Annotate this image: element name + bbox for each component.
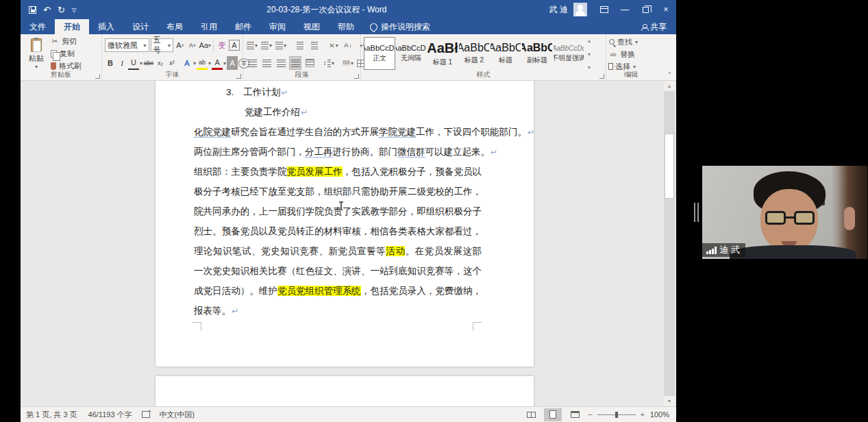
- sort-button[interactable]: A↓: [342, 38, 354, 52]
- styles-scroll-up-icon[interactable]: ▲: [587, 38, 592, 43]
- text-highlight-button[interactable]: ab: [197, 56, 208, 70]
- document-line[interactable]: 报表等。↵: [194, 301, 482, 321]
- tab-文件[interactable]: 文件: [21, 19, 55, 34]
- minimize-button[interactable]: —: [615, 0, 635, 19]
- document-line[interactable]: 极分子考核已经下放至党支部，组织部只需协助开展二级党校的工作，二级党校是与其他学: [194, 182, 482, 201]
- grow-font-button[interactable]: A˄: [175, 38, 186, 52]
- document-page-2[interactable]: [156, 376, 534, 406]
- save-icon[interactable]: [29, 6, 36, 14]
- collapse-ribbon-icon[interactable]: ⌃: [667, 71, 672, 78]
- style-正文[interactable]: AaBbCcDc正文: [364, 37, 395, 70]
- document-page-1[interactable]: 3.工作计划↵党建工作介绍↵化院党建研究会旨在通过学生自治的方式开展学院党建工作…: [156, 81, 534, 367]
- scroll-down-icon[interactable]: ▼: [664, 396, 675, 406]
- ribbon-display-options-button[interactable]: [594, 0, 615, 19]
- document-line[interactable]: 成党日活动）。维护党员党组织管理系统，包括党员录入，党费缴纳，组织关系调整，年度: [194, 281, 482, 301]
- character-border-button[interactable]: A: [229, 40, 240, 51]
- tab-审阅[interactable]: 审阅: [260, 19, 295, 34]
- style-标题 2[interactable]: AaBbC标题 2: [458, 37, 490, 70]
- document-line[interactable]: 两位副主席分管两个部门，分工再进行协商。部门微信群可以建立起来。↵: [194, 142, 482, 162]
- restore-button[interactable]: [635, 0, 656, 19]
- web-layout-button[interactable]: [566, 408, 584, 421]
- font-size-combo[interactable]: 五号▾: [151, 38, 173, 52]
- document-line[interactable]: 一次党史知识相关比赛（红色征文、演讲、一站到底知识竞赛等，这个可以跟实践部一起做: [194, 261, 482, 281]
- paste-button[interactable]: 粘贴 ▾: [23, 37, 49, 71]
- justify-button[interactable]: [289, 56, 301, 70]
- tab-设计[interactable]: 设计: [123, 19, 158, 34]
- styles-gallery-scroll[interactable]: ▲ ▼ ▼: [584, 37, 594, 71]
- numbering-button[interactable]: ▾: [260, 38, 273, 52]
- bold-button[interactable]: B: [105, 56, 116, 70]
- qat-customize-icon[interactable]: ▿: [72, 5, 77, 15]
- paragraph-dialog-launcher-icon[interactable]: [354, 74, 359, 79]
- align-right-button[interactable]: [275, 56, 287, 70]
- phonetic-guide-button[interactable]: 变: [216, 38, 227, 52]
- align-left-button[interactable]: [246, 56, 258, 70]
- italic-button[interactable]: I: [116, 56, 127, 70]
- video-panel-collapse-handle[interactable]: [694, 203, 699, 222]
- increase-indent-button[interactable]: [308, 38, 321, 52]
- shrink-font-button[interactable]: A˅: [187, 38, 198, 52]
- document-text[interactable]: 3.工作计划↵党建工作介绍↵化院党建研究会旨在通过学生自治的方式开展学院党建工作…: [194, 82, 482, 321]
- styles-dialog-launcher-icon[interactable]: [599, 74, 604, 79]
- zoom-out-button[interactable]: −: [588, 410, 592, 419]
- document-line[interactable]: 院共同承办的，上一届我们学院负责了实践教学部分，即组织积极分子去龙华烈士陵园缅怀: [194, 201, 482, 221]
- scroll-up-icon[interactable]: ▲: [664, 81, 675, 91]
- distribute-button[interactable]: [303, 56, 316, 70]
- shading-button[interactable]: ▾: [342, 56, 354, 70]
- document-line[interactable]: 3.工作计划↵: [194, 82, 482, 102]
- style-副标题[interactable]: AaBbC副标题: [521, 37, 553, 70]
- account-name[interactable]: 武 迪: [544, 4, 573, 16]
- language-indicator[interactable]: 中文(中国): [154, 410, 200, 420]
- close-button[interactable]: ×: [656, 0, 676, 19]
- find-button[interactable]: 查找▾: [609, 37, 653, 47]
- account-avatar[interactable]: [573, 3, 587, 16]
- asian-layout-button[interactable]: ✕▾: [327, 38, 340, 52]
- clipboard-dialog-launcher-icon[interactable]: [95, 74, 100, 79]
- read-mode-button[interactable]: [522, 408, 540, 421]
- print-layout-button[interactable]: [544, 408, 562, 421]
- bullets-button[interactable]: ▾: [246, 38, 258, 52]
- font-name-combo[interactable]: 微软雅黑▾: [105, 38, 149, 52]
- tab-邮件[interactable]: 邮件: [226, 19, 260, 34]
- style-标题[interactable]: AaBbC标题: [490, 37, 521, 70]
- styles-scroll-down-icon[interactable]: ▼: [587, 52, 592, 57]
- font-color-button[interactable]: A: [212, 56, 223, 70]
- tell-me-search[interactable]: 操作说明搜索: [363, 19, 437, 34]
- decrease-indent-button[interactable]: [294, 38, 306, 52]
- scrollbar-thumb[interactable]: [665, 134, 674, 199]
- text-effects-button[interactable]: A: [182, 56, 193, 70]
- redo-icon[interactable]: ↻: [58, 5, 65, 15]
- style-不明显强调[interactable]: AaBbCcDc不明显强调: [553, 37, 584, 70]
- paste-dropdown-icon[interactable]: ▾: [35, 64, 38, 70]
- tab-开始[interactable]: 开始: [55, 19, 89, 34]
- cut-button[interactable]: ✂剪切: [51, 36, 82, 47]
- style-无间隔[interactable]: AaBbCcDc无间隔: [395, 37, 427, 70]
- style-标题 1[interactable]: AaBł标题 1: [427, 37, 458, 70]
- multilevel-list-button[interactable]: ▾: [275, 38, 287, 52]
- change-case-button[interactable]: Aa▾: [199, 38, 210, 52]
- share-button[interactable]: 共享: [632, 19, 676, 34]
- replace-button[interactable]: ab替换: [609, 49, 653, 60]
- document-line[interactable]: 党建工作介绍↵: [194, 102, 482, 122]
- tab-引用[interactable]: 引用: [192, 19, 226, 34]
- copy-button[interactable]: 复制: [51, 49, 82, 59]
- document-canvas[interactable]: 3.工作计划↵党建工作介绍↵化院党建研究会旨在通过学生自治的方式开展学院党建工作…: [21, 81, 676, 406]
- zoom-slider[interactable]: [597, 414, 636, 415]
- character-shading-button[interactable]: A: [227, 56, 238, 70]
- vertical-scrollbar[interactable]: ▲ ▼: [664, 81, 675, 406]
- underline-dropdown-icon[interactable]: ▾: [140, 60, 142, 66]
- tab-插入[interactable]: 插入: [89, 19, 123, 34]
- document-line[interactable]: 理论知识笔试、党史知识竞赛、新党员宣誓等活动。在党员发展这部分，拟打算每学期开展: [194, 241, 482, 261]
- align-center-button[interactable]: [260, 56, 273, 70]
- font-dialog-launcher-icon[interactable]: [236, 74, 241, 79]
- superscript-button[interactable]: x²: [166, 56, 177, 70]
- page-number-indicator[interactable]: 第 1 页, 共 3 页: [21, 410, 83, 420]
- document-line[interactable]: 组织部：主要负责学院党员发展工作，包括入党积极分子，预备党员以及预备转正。入党积: [194, 162, 482, 182]
- subscript-button[interactable]: x₂: [155, 56, 166, 70]
- tab-布局[interactable]: 布局: [158, 19, 192, 34]
- line-spacing-button[interactable]: ↕▾: [323, 56, 335, 70]
- tab-帮助[interactable]: 帮助: [329, 19, 363, 34]
- tab-视图[interactable]: 视图: [295, 19, 329, 34]
- styles-more-icon[interactable]: ▼: [587, 65, 592, 70]
- underline-button[interactable]: U: [128, 56, 139, 70]
